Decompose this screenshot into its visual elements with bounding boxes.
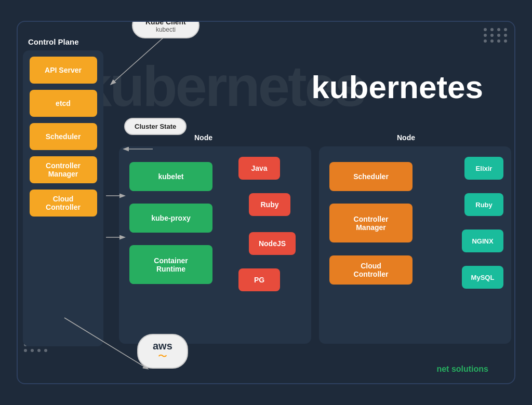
node2-panel: Scheduler ControllerManager CloudControl… [319, 146, 511, 344]
controller-manager-box: ControllerManager [30, 156, 97, 183]
branding-name: solutions [451, 365, 488, 373]
kubelet-box: kubelet [129, 162, 212, 191]
etcd-box: etcd [30, 90, 97, 117]
decorative-dots-tr [484, 28, 508, 43]
node1-panel: kubelet kube-proxy ContainerRuntime Java… [119, 146, 311, 344]
ruby-box-n1: Ruby [249, 193, 290, 216]
kubernetes-title: kubernetes [311, 69, 483, 105]
pg-box: PG [238, 268, 280, 291]
nginx-box: NGINX [462, 230, 503, 252]
control-plane-panel: API Server etcd Scheduler ControllerMana… [23, 50, 103, 346]
kube-proxy-box: kube-proxy [129, 204, 212, 233]
cloud-controller-box: CloudController [30, 190, 97, 217]
elixir-box: Elixir [464, 157, 503, 180]
control-plane-label: Control Plane [28, 37, 79, 46]
node1-label: Node [194, 133, 212, 142]
scheduler-box: Scheduler [30, 123, 97, 150]
kube-client-arrow [111, 33, 168, 84]
scheduler-n2-box: Scheduler [329, 162, 413, 191]
node2-label: Node [397, 133, 415, 142]
controller-manager-n2-box: ControllerManager [329, 204, 413, 242]
branding-logo: net solutions [436, 365, 488, 374]
nodejs-box: NodeJS [249, 232, 296, 255]
api-server-box: API Server [30, 57, 97, 84]
mysql-box: MySQL [462, 266, 503, 289]
ruby-box-n2: Ruby [464, 193, 503, 216]
cluster-state-bubble: Cluster State [124, 118, 187, 135]
container-runtime-box: ContainerRuntime [129, 245, 212, 284]
kube-client-bubble: Kube Client kubecti [132, 21, 200, 38]
main-diagram: kubernetes kubernetes Kube Client kubect… [17, 21, 515, 384]
java-box: Java [238, 157, 280, 180]
aws-bubble: aws 〜 [137, 334, 188, 369]
kube-client-subtitle: kubecti [145, 26, 186, 33]
cloud-controller-n2-box: CloudController [329, 255, 413, 285]
kube-client-title: Kube Client [145, 21, 186, 26]
branding-accent: net [436, 365, 449, 373]
